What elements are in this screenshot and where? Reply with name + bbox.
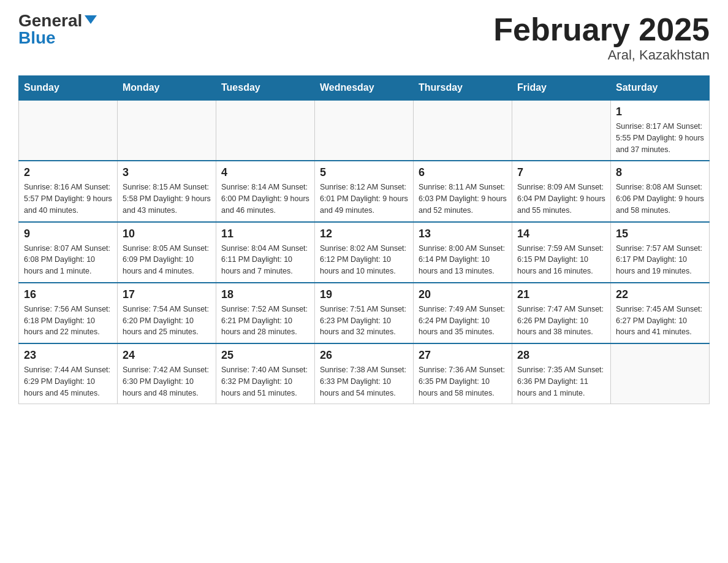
day-info: Sunrise: 7:47 AM Sunset: 6:26 PM Dayligh… bbox=[517, 304, 605, 338]
day-info: Sunrise: 7:44 AM Sunset: 6:29 PM Dayligh… bbox=[24, 364, 112, 399]
day-info: Sunrise: 7:38 AM Sunset: 6:33 PM Dayligh… bbox=[320, 364, 408, 399]
logo-triangle-icon bbox=[85, 15, 97, 24]
calendar-cell: 18Sunrise: 7:52 AM Sunset: 6:21 PM Dayli… bbox=[216, 283, 315, 343]
calendar-week-row: 23Sunrise: 7:44 AM Sunset: 6:29 PM Dayli… bbox=[19, 343, 710, 404]
day-of-week-header: Monday bbox=[118, 76, 216, 101]
day-number: 26 bbox=[320, 349, 408, 362]
calendar-body: 1Sunrise: 8:17 AM Sunset: 5:55 PM Daylig… bbox=[19, 100, 710, 404]
calendar-cell: 2Sunrise: 8:16 AM Sunset: 5:57 PM Daylig… bbox=[19, 161, 118, 221]
calendar-cell: 11Sunrise: 8:04 AM Sunset: 6:11 PM Dayli… bbox=[216, 222, 315, 283]
day-info: Sunrise: 8:09 AM Sunset: 6:04 PM Dayligh… bbox=[517, 182, 605, 216]
calendar-cell: 26Sunrise: 7:38 AM Sunset: 6:33 PM Dayli… bbox=[315, 343, 414, 404]
calendar-cell: 22Sunrise: 7:45 AM Sunset: 6:27 PM Dayli… bbox=[611, 283, 710, 343]
calendar-cell: 1Sunrise: 8:17 AM Sunset: 5:55 PM Daylig… bbox=[611, 100, 710, 161]
day-number: 27 bbox=[419, 349, 507, 362]
day-info: Sunrise: 8:15 AM Sunset: 5:58 PM Dayligh… bbox=[123, 182, 211, 216]
logo-general-text: General bbox=[18, 12, 82, 29]
calendar-cell: 27Sunrise: 7:36 AM Sunset: 6:35 PM Dayli… bbox=[414, 343, 512, 404]
calendar-cell: 23Sunrise: 7:44 AM Sunset: 6:29 PM Dayli… bbox=[19, 343, 118, 404]
calendar-cell bbox=[19, 100, 118, 161]
day-number: 13 bbox=[419, 228, 507, 240]
day-of-week-header: Saturday bbox=[611, 76, 710, 101]
calendar-cell: 17Sunrise: 7:54 AM Sunset: 6:20 PM Dayli… bbox=[118, 283, 216, 343]
calendar-cell bbox=[611, 343, 710, 404]
day-info: Sunrise: 7:49 AM Sunset: 6:24 PM Dayligh… bbox=[419, 304, 507, 338]
day-info: Sunrise: 7:57 AM Sunset: 6:17 PM Dayligh… bbox=[616, 243, 704, 277]
calendar-cell: 6Sunrise: 8:11 AM Sunset: 6:03 PM Daylig… bbox=[414, 161, 512, 221]
day-info: Sunrise: 8:04 AM Sunset: 6:11 PM Dayligh… bbox=[221, 243, 309, 277]
day-info: Sunrise: 7:36 AM Sunset: 6:35 PM Dayligh… bbox=[419, 364, 507, 399]
calendar-table: SundayMondayTuesdayWednesdayThursdayFrid… bbox=[18, 75, 710, 404]
day-number: 22 bbox=[616, 288, 704, 301]
day-number: 14 bbox=[517, 228, 605, 240]
calendar-cell bbox=[414, 100, 512, 161]
day-info: Sunrise: 7:56 AM Sunset: 6:18 PM Dayligh… bbox=[24, 304, 112, 338]
day-info: Sunrise: 7:35 AM Sunset: 6:36 PM Dayligh… bbox=[517, 364, 605, 399]
day-of-week-header: Thursday bbox=[414, 76, 512, 101]
day-number: 5 bbox=[320, 166, 408, 179]
day-info: Sunrise: 8:12 AM Sunset: 6:01 PM Dayligh… bbox=[320, 182, 408, 216]
day-info: Sunrise: 8:16 AM Sunset: 5:57 PM Dayligh… bbox=[24, 182, 112, 216]
calendar-week-row: 2Sunrise: 8:16 AM Sunset: 5:57 PM Daylig… bbox=[19, 161, 710, 221]
calendar-cell: 12Sunrise: 8:02 AM Sunset: 6:12 PM Dayli… bbox=[315, 222, 414, 283]
day-number: 21 bbox=[517, 288, 605, 301]
day-info: Sunrise: 7:59 AM Sunset: 6:15 PM Dayligh… bbox=[517, 243, 605, 277]
day-info: Sunrise: 8:14 AM Sunset: 6:00 PM Dayligh… bbox=[221, 182, 309, 216]
day-info: Sunrise: 8:00 AM Sunset: 6:14 PM Dayligh… bbox=[419, 243, 507, 277]
calendar-cell: 9Sunrise: 8:07 AM Sunset: 6:08 PM Daylig… bbox=[19, 222, 118, 283]
logo: General Blue bbox=[18, 12, 97, 47]
calendar-week-row: 1Sunrise: 8:17 AM Sunset: 5:55 PM Daylig… bbox=[19, 100, 710, 161]
day-number: 1 bbox=[616, 105, 704, 118]
day-info: Sunrise: 7:42 AM Sunset: 6:30 PM Dayligh… bbox=[123, 364, 211, 399]
calendar-cell: 10Sunrise: 8:05 AM Sunset: 6:09 PM Dayli… bbox=[118, 222, 216, 283]
day-number: 18 bbox=[221, 288, 309, 301]
page-header: General Blue February 2025 Aral, Kazakhs… bbox=[18, 12, 710, 63]
day-of-week-header: Tuesday bbox=[216, 76, 315, 101]
calendar-cell bbox=[315, 100, 414, 161]
calendar-cell: 7Sunrise: 8:09 AM Sunset: 6:04 PM Daylig… bbox=[512, 161, 611, 221]
day-info: Sunrise: 7:40 AM Sunset: 6:32 PM Dayligh… bbox=[221, 364, 309, 399]
day-info: Sunrise: 8:07 AM Sunset: 6:08 PM Dayligh… bbox=[24, 243, 112, 277]
days-of-week-row: SundayMondayTuesdayWednesdayThursdayFrid… bbox=[19, 76, 710, 101]
calendar-cell: 14Sunrise: 7:59 AM Sunset: 6:15 PM Dayli… bbox=[512, 222, 611, 283]
calendar-cell: 15Sunrise: 7:57 AM Sunset: 6:17 PM Dayli… bbox=[611, 222, 710, 283]
calendar-cell: 20Sunrise: 7:49 AM Sunset: 6:24 PM Dayli… bbox=[414, 283, 512, 343]
title-block: February 2025 Aral, Kazakhstan bbox=[493, 12, 710, 63]
calendar-cell bbox=[118, 100, 216, 161]
month-title: February 2025 bbox=[493, 12, 710, 47]
day-info: Sunrise: 8:17 AM Sunset: 5:55 PM Dayligh… bbox=[616, 121, 704, 155]
day-number: 12 bbox=[320, 228, 408, 240]
day-info: Sunrise: 7:51 AM Sunset: 6:23 PM Dayligh… bbox=[320, 304, 408, 338]
day-number: 8 bbox=[616, 166, 704, 179]
day-info: Sunrise: 7:52 AM Sunset: 6:21 PM Dayligh… bbox=[221, 304, 309, 338]
calendar-cell: 19Sunrise: 7:51 AM Sunset: 6:23 PM Dayli… bbox=[315, 283, 414, 343]
calendar-cell: 28Sunrise: 7:35 AM Sunset: 6:36 PM Dayli… bbox=[512, 343, 611, 404]
day-number: 11 bbox=[221, 228, 309, 240]
day-of-week-header: Sunday bbox=[19, 76, 118, 101]
calendar-cell: 25Sunrise: 7:40 AM Sunset: 6:32 PM Dayli… bbox=[216, 343, 315, 404]
day-number: 20 bbox=[419, 288, 507, 301]
calendar-cell: 3Sunrise: 8:15 AM Sunset: 5:58 PM Daylig… bbox=[118, 161, 216, 221]
location-title: Aral, Kazakhstan bbox=[493, 47, 710, 63]
day-number: 9 bbox=[24, 228, 112, 240]
day-number: 17 bbox=[123, 288, 211, 301]
calendar-cell: 13Sunrise: 8:00 AM Sunset: 6:14 PM Dayli… bbox=[414, 222, 512, 283]
day-number: 6 bbox=[419, 166, 507, 179]
day-of-week-header: Friday bbox=[512, 76, 611, 101]
day-number: 19 bbox=[320, 288, 408, 301]
day-info: Sunrise: 8:02 AM Sunset: 6:12 PM Dayligh… bbox=[320, 243, 408, 277]
calendar-cell: 21Sunrise: 7:47 AM Sunset: 6:26 PM Dayli… bbox=[512, 283, 611, 343]
day-number: 4 bbox=[221, 166, 309, 179]
day-number: 23 bbox=[24, 349, 112, 362]
day-number: 10 bbox=[123, 228, 211, 240]
day-number: 15 bbox=[616, 228, 704, 240]
day-of-week-header: Wednesday bbox=[315, 76, 414, 101]
calendar-cell: 5Sunrise: 8:12 AM Sunset: 6:01 PM Daylig… bbox=[315, 161, 414, 221]
day-number: 16 bbox=[24, 288, 112, 301]
day-info: Sunrise: 7:45 AM Sunset: 6:27 PM Dayligh… bbox=[616, 304, 704, 338]
calendar-week-row: 16Sunrise: 7:56 AM Sunset: 6:18 PM Dayli… bbox=[19, 283, 710, 343]
day-number: 3 bbox=[123, 166, 211, 179]
day-number: 24 bbox=[123, 349, 211, 362]
day-info: Sunrise: 8:05 AM Sunset: 6:09 PM Dayligh… bbox=[123, 243, 211, 277]
day-number: 28 bbox=[517, 349, 605, 362]
